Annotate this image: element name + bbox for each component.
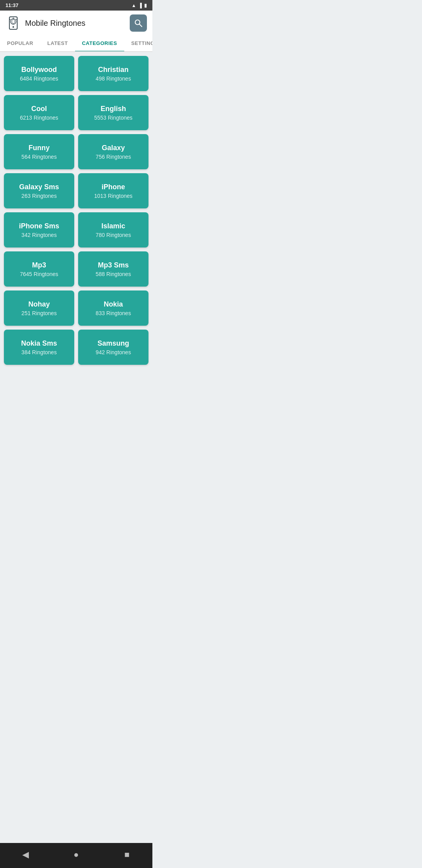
- tab-latest[interactable]: LATEST: [40, 36, 75, 52]
- category-title: Mp3: [32, 261, 46, 269]
- category-card[interactable]: Funny564 Ringtones: [4, 134, 74, 169]
- category-count: 942 Ringtones: [96, 349, 131, 355]
- category-count: 780 Ringtones: [96, 232, 131, 238]
- category-title: Galaxy: [102, 144, 125, 152]
- categories-grid: Bollywood6484 RingtonesChristian498 Ring…: [0, 52, 152, 369]
- category-card[interactable]: Nokia833 Ringtones: [78, 291, 148, 326]
- status-bar: 11:37 ▲ ▐ ▮: [0, 0, 152, 11]
- app-bar: Mobile Ringtones: [0, 11, 152, 36]
- svg-line-5: [16, 19, 17, 20]
- category-card[interactable]: Nohay251 Ringtones: [4, 291, 74, 326]
- category-card[interactable]: Mp37645 Ringtones: [4, 251, 74, 287]
- category-count: 251 Ringtones: [21, 310, 57, 316]
- category-card[interactable]: Galaxy Sms263 Ringtones: [4, 173, 74, 208]
- category-count: 1013 Ringtones: [94, 193, 132, 199]
- category-card[interactable]: iPhone Sms342 Ringtones: [4, 212, 74, 247]
- status-time: 11:37: [5, 2, 18, 8]
- battery-icon: ▮: [144, 3, 147, 8]
- category-count: 342 Ringtones: [21, 232, 57, 238]
- category-count: 588 Ringtones: [96, 271, 131, 277]
- signal-icon: ▐: [138, 3, 142, 8]
- category-card[interactable]: Cool6213 Ringtones: [4, 95, 74, 130]
- category-count: 263 Ringtones: [21, 193, 57, 199]
- category-title: Funny: [29, 144, 50, 152]
- category-title: Islamic: [101, 222, 125, 230]
- svg-line-7: [139, 24, 142, 27]
- tab-categories[interactable]: CATEGORIES: [75, 36, 124, 52]
- category-count: 5553 Ringtones: [94, 115, 132, 121]
- category-count: 6484 Ringtones: [20, 75, 58, 82]
- svg-point-2: [11, 19, 16, 24]
- category-card[interactable]: Samsung942 Ringtones: [78, 330, 148, 365]
- category-count: 498 Ringtones: [96, 75, 131, 82]
- category-count: 833 Ringtones: [96, 310, 131, 316]
- category-card[interactable]: Islamic780 Ringtones: [78, 212, 148, 247]
- category-card[interactable]: English5553 Ringtones: [78, 95, 148, 130]
- category-card[interactable]: Bollywood6484 Ringtones: [4, 56, 74, 91]
- category-card[interactable]: Nokia Sms384 Ringtones: [4, 330, 74, 365]
- category-title: Nokia: [104, 300, 123, 308]
- status-icons: ▲ ▐ ▮: [132, 3, 147, 8]
- category-title: English: [100, 105, 126, 113]
- category-title: iPhone Sms: [19, 222, 59, 230]
- category-title: Nokia Sms: [21, 339, 57, 348]
- category-title: iPhone: [102, 183, 125, 191]
- app-title: Mobile Ringtones: [25, 19, 126, 28]
- category-card[interactable]: Christian498 Ringtones: [78, 56, 148, 91]
- category-count: 6213 Ringtones: [20, 115, 58, 121]
- category-count: 7645 Ringtones: [20, 271, 58, 277]
- category-title: Cool: [31, 105, 47, 113]
- category-count: 756 Ringtones: [96, 154, 131, 160]
- app-logo-icon: [5, 15, 21, 31]
- category-title: Bollywood: [21, 66, 57, 74]
- category-card[interactable]: Mp3 Sms588 Ringtones: [78, 251, 148, 287]
- wifi-icon: ▲: [132, 3, 136, 8]
- category-count: 384 Ringtones: [21, 349, 57, 355]
- category-card[interactable]: Galaxy756 Ringtones: [78, 134, 148, 169]
- category-title: Nohay: [28, 300, 50, 308]
- category-title: Mp3 Sms: [98, 261, 129, 269]
- tab-popular[interactable]: POPULAR: [0, 36, 40, 52]
- category-count: 564 Ringtones: [21, 154, 57, 160]
- svg-point-1: [13, 26, 14, 28]
- category-title: Galaxy Sms: [19, 183, 59, 191]
- svg-line-4: [10, 19, 11, 20]
- tab-bar: POPULAR LATEST CATEGORIES SETTINGS FAQ: [0, 36, 152, 52]
- category-title: Samsung: [97, 339, 129, 348]
- search-button[interactable]: [130, 14, 147, 32]
- tab-settings[interactable]: SETTINGS: [124, 36, 152, 52]
- category-card[interactable]: iPhone1013 Ringtones: [78, 173, 148, 208]
- category-title: Christian: [98, 66, 129, 74]
